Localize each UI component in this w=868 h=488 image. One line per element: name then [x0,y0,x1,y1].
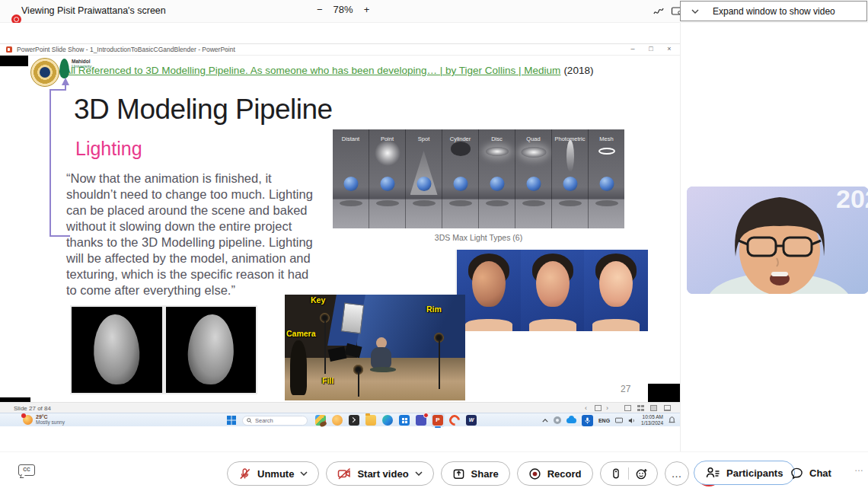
tray-chevron-up-icon[interactable] [542,419,548,423]
light-type-label: Mesh [589,136,624,142]
slide-sorter-icon[interactable] [637,405,644,411]
restore-button[interactable]: □ [642,45,660,53]
letterbox-bar [0,56,28,66]
sphere-shadow [413,200,436,206]
unmute-label: Unmute [257,468,294,480]
normal-view-icon[interactable] [624,405,631,411]
gray-head-model [92,313,142,385]
app-icon[interactable]: W [466,415,477,426]
reading-view-icon[interactable] [650,405,657,411]
close-button[interactable]: × [660,45,678,53]
minimize-button[interactable]: – [624,45,642,53]
notification-bell-icon[interactable] [669,416,675,424]
university-emblem-logo [30,58,59,87]
participants-button[interactable]: Participants [694,461,795,485]
studio-lighting-photo: Key Camera Rim Fill [285,295,465,400]
terminal-icon[interactable] [349,415,359,426]
meeting-toolbar: CC Unmute Start video Share Record [0,451,868,488]
shoulders [529,319,576,331]
zoom-out-button[interactable]: − [317,4,323,15]
unmute-button[interactable]: Unmute [227,461,319,486]
record-button[interactable]: Record [517,461,593,486]
weather-icon [23,415,33,425]
zoom-level: 78% [333,4,353,15]
record-icon [528,467,541,480]
reactions-icon[interactable] [635,467,648,480]
microphone-tray-button[interactable] [582,415,593,426]
sphere-shadow [559,200,582,206]
teams-icon[interactable] [416,415,426,426]
sphere-shadow [449,200,472,206]
sphere-shadow [340,200,362,206]
quad-light-glow [521,147,546,158]
more-options-button[interactable]: … [665,461,689,486]
share-button[interactable]: Share [441,461,510,486]
taskbar-search[interactable]: Search [242,416,308,426]
annotate-icon[interactable] [653,5,665,18]
file-explorer-icon[interactable] [365,415,376,426]
language-indicator[interactable]: ENG [598,418,610,423]
zoom-controls: − 78% + [317,4,369,15]
app-icon[interactable] [447,413,462,428]
slide-counter: Slide 27 of 84 [14,405,51,412]
sphere-shadow [486,200,509,206]
reference-year: (2018) [563,65,593,76]
app-icon[interactable] [332,415,343,426]
sphere-shadow [595,200,618,206]
pen-menu-icon[interactable] [595,405,602,411]
chevron-down-icon [300,471,308,476]
closed-captions-button[interactable]: CC [18,464,35,476]
start-video-button[interactable]: Start video [326,461,433,486]
sphere-shadow [376,200,399,206]
tray-icon[interactable] [554,416,561,424]
powerpoint-taskbar-icon[interactable]: P [431,413,445,427]
slide-quote: “Now that the animation is finished, it … [66,171,321,298]
touch-keyboard-icon[interactable] [615,417,623,424]
weather-temp: 29°C [36,414,65,419]
slide-canvas[interactable]: Mahidol University All Referenced to 3D … [0,56,680,402]
share-label: Share [471,468,499,480]
face [472,261,506,307]
previous-slide-button[interactable]: ‹ [585,404,587,412]
logo-line2: University [72,64,91,69]
powerpoint-window-title: PowerPoint Slide Show - 1_IntroductionTo… [17,46,235,53]
point-light-glow [375,140,400,166]
light-type-label: Distant [333,136,369,142]
more-options-mini[interactable]: … [854,463,863,474]
widgets-icon[interactable] [315,415,326,426]
chat-button[interactable]: Chat [786,461,836,485]
powerpoint-titlebar: PowerPoint Slide Show - 1_IntroductionTo… [0,44,680,56]
weather-widget[interactable]: 29°C Mostly sunny [23,414,65,425]
remote-control-icon[interactable] [610,467,622,480]
weather-desc: Mostly sunny [36,419,65,425]
next-slide-button[interactable]: › [606,404,608,412]
sphere-icon [526,177,541,191]
participant-video-tile[interactable]: 202 [687,187,868,294]
search-icon [247,418,252,423]
toolbar-collapse-arrow[interactable]: ‹ [225,46,228,53]
light-stand [324,321,326,374]
windows-start-icon[interactable] [226,415,237,426]
clock-date: 1/13/2024 [641,420,663,426]
sphere-icon [599,177,614,191]
record-label: Record [547,468,582,480]
chat-label: Chat [809,467,831,479]
shoulders [592,319,640,331]
zoom-in-button[interactable]: + [364,4,370,15]
share-screen-icon [452,467,465,480]
powerpoint-app-icon [6,46,12,53]
chevron-down-icon [691,9,699,14]
speaker-icon[interactable] [628,417,636,424]
stool [370,367,396,372]
expand-window-button[interactable]: Expand window to show video [680,1,867,21]
onedrive-icon[interactable] [566,418,576,423]
slideshow-view-icon[interactable] [664,405,671,411]
microsoft-store-icon[interactable] [399,415,410,426]
sphere-icon [343,177,358,191]
reference-link[interactable]: All Referenced to 3D Modelling Pipeline.… [64,65,560,76]
sphere-icon [490,177,504,191]
background-overlay-text: 202 [836,187,868,213]
edge-browser-icon[interactable] [382,415,393,426]
taskbar-clock[interactable]: 10:05 AM 1/13/2024 [641,414,663,426]
logo-line1: Mahidol [72,59,91,64]
